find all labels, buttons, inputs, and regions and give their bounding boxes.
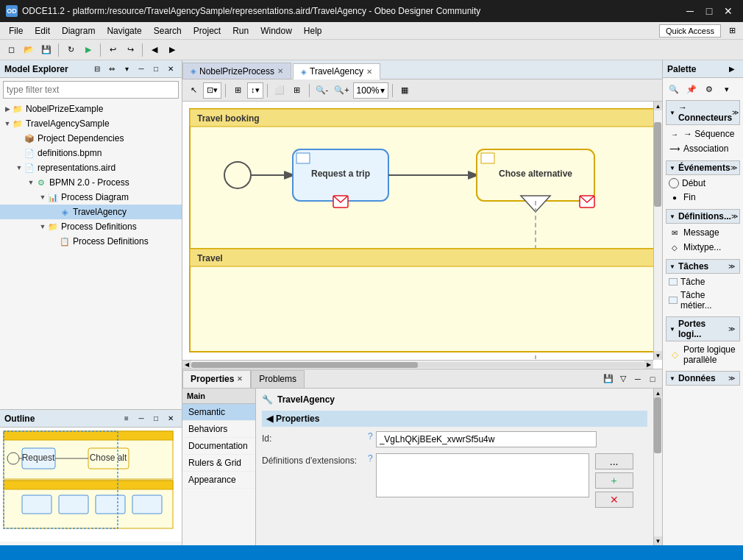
tab-travelagency[interactable]: ◈ TravelAgency ✕ <box>293 63 380 79</box>
view-menu-button[interactable]: ▾ <box>120 63 133 76</box>
collapse-all-button[interactable]: ⊟ <box>90 63 104 76</box>
palette-item-message[interactable]: ✉ Message <box>666 225 740 240</box>
scroll-down-button[interactable]: ▼ <box>654 351 662 360</box>
section-expand-button[interactable]: ≫ <box>726 261 736 272</box>
save-button[interactable]: 💾 <box>38 42 54 58</box>
palette-item-sequence[interactable]: → → Séquence <box>666 127 740 141</box>
tab-nobelprize[interactable]: ◈ NobelPrizeProcess ✕ <box>182 63 291 79</box>
close-button[interactable]: ✕ <box>719 4 737 18</box>
tab-close-active-button[interactable]: ✕ <box>366 68 372 76</box>
palette-expand-button[interactable]: ▶ <box>725 63 739 76</box>
outline-close-button[interactable]: ✕ <box>164 412 177 425</box>
minimize-panel-button[interactable]: ─ <box>135 63 148 76</box>
diagram-canvas[interactable]: Travel booking Request a trip <box>182 102 662 369</box>
undo-button[interactable]: ↩ <box>104 42 121 58</box>
palette-section-definitions-header[interactable]: ▼ Définitions... ≫ <box>666 209 740 224</box>
outline-minimize-button[interactable]: ─ <box>135 412 148 425</box>
zoom-out-button[interactable]: 🔍- <box>313 82 331 99</box>
nav-item-semantic[interactable]: Semantic <box>182 404 255 421</box>
layers-button[interactable]: ▦ <box>397 82 413 99</box>
palette-item-tache-metier[interactable]: Tâche métier... <box>666 288 740 312</box>
scroll-right-button[interactable]: ▶ <box>644 361 653 369</box>
search-input[interactable] <box>7 85 175 95</box>
back-button[interactable]: ◀ <box>146 42 163 58</box>
nav-item-appearance[interactable]: Appearance <box>182 472 255 489</box>
palette-item-mixtype[interactable]: ◇ Mixtype... <box>666 240 740 255</box>
outline-maximize-button[interactable]: □ <box>149 412 163 425</box>
palette-section-portes-header[interactable]: ▼ Portes logi... ≫ <box>666 316 740 341</box>
section-expand-button[interactable]: ≫ <box>727 324 736 334</box>
collapse-props-button[interactable]: ▽ <box>616 372 630 386</box>
tree-item-travelagency[interactable]: ▼ 📁 TravelAgencySample <box>0 116 182 131</box>
tab-problems[interactable]: Problems <box>251 370 305 388</box>
palette-section-connectors-header[interactable]: ▼ → Connecteurs ≫ <box>666 100 740 125</box>
arrange-dropdown[interactable]: ↕▾ <box>247 82 263 99</box>
section-expand-button[interactable]: ≫ <box>730 163 737 173</box>
palette-section-taches-header[interactable]: ▼ Tâches ≫ <box>666 259 740 274</box>
new-button[interactable]: ◻ <box>3 42 19 58</box>
menu-file[interactable]: File <box>3 24 29 38</box>
palette-pin-button[interactable]: 📌 <box>683 81 700 97</box>
palette-section-donnees-header[interactable]: ▼ Données ≫ <box>666 371 740 386</box>
select-tool-button[interactable]: ↖ <box>185 82 202 99</box>
save-props-button[interactable]: 💾 <box>602 372 615 386</box>
minimize-props-button[interactable]: ─ <box>631 372 644 386</box>
export-button[interactable]: ⬜ <box>271 82 288 99</box>
run-button[interactable]: ▶ <box>80 42 96 58</box>
maximize-props-button[interactable]: □ <box>646 372 659 386</box>
nav-item-behaviors[interactable]: Behaviors <box>182 421 255 438</box>
palette-item-debut[interactable]: Début <box>666 177 740 190</box>
props-v-scrollbar[interactable]: ▲ ▼ <box>653 389 662 545</box>
palette-section-events-header[interactable]: ▼ Événements ≫ <box>666 160 740 175</box>
menu-project[interactable]: Project <box>188 24 227 38</box>
tree-item-travelagency-node[interactable]: ◈ TravelAgency <box>0 205 182 219</box>
ext-defs-help-icon[interactable]: ? <box>368 453 373 464</box>
palette-search-button[interactable]: 🔍 <box>666 81 682 97</box>
open-button[interactable]: 📂 <box>21 42 37 58</box>
snap-dropdown[interactable]: ⊡▾ <box>203 82 221 99</box>
tree-item-processdefs[interactable]: ▼ 📁 Process Definitions <box>0 219 182 234</box>
palette-item-fin[interactable]: ● Fin <box>666 190 740 205</box>
maximize-panel-button[interactable]: □ <box>149 63 163 76</box>
palette-item-tache[interactable]: Tâche <box>666 275 740 288</box>
palette-item-association[interactable]: ⟶ Association <box>666 141 740 156</box>
tree-item-aird[interactable]: ▼ 📄 representations.aird <box>0 160 182 175</box>
section-expand-button[interactable]: ≫ <box>726 373 736 383</box>
zoom-in-button[interactable]: 🔍+ <box>332 82 351 99</box>
zoom-fit-button[interactable]: ⊞ <box>289 82 305 99</box>
dots-button[interactable]: ... <box>595 453 633 469</box>
remove-button[interactable]: ✕ <box>595 492 633 508</box>
add-button[interactable]: + <box>595 472 633 489</box>
redo-button[interactable]: ↪ <box>122 42 138 58</box>
menu-navigate[interactable]: Navigate <box>101 24 147 38</box>
arrange-button[interactable]: ⊞ <box>230 82 246 99</box>
close-panel-button[interactable]: ✕ <box>164 63 177 76</box>
tab-properties[interactable]: Properties ✕ <box>182 370 251 388</box>
refresh-button[interactable]: ↻ <box>63 42 79 58</box>
ext-defs-textarea[interactable] <box>376 453 589 497</box>
section-expand-button[interactable]: ≫ <box>732 107 739 118</box>
section-expand-button[interactable]: ≫ <box>731 211 738 221</box>
props-scroll-down[interactable]: ▼ <box>654 536 662 545</box>
tree-item-processdefs-child[interactable]: 📋 Process Definitions <box>0 234 182 249</box>
link-with-editor-button[interactable]: ⇔ <box>105 63 118 76</box>
tree-item-nobelprize[interactable]: ▶ 📁 NobelPrizeExample <box>0 102 182 116</box>
tab-close-button[interactable]: ✕ <box>277 67 283 75</box>
menu-help[interactable]: Help <box>298 24 328 38</box>
menu-edit[interactable]: Edit <box>29 24 56 38</box>
quick-access-box[interactable]: Quick Access <box>659 24 721 38</box>
v-scrollbar[interactable]: ▲ ▼ <box>653 102 662 360</box>
id-input[interactable] <box>376 431 597 447</box>
tree-item-deps[interactable]: 📦 Project Dependencies <box>0 131 182 146</box>
tree-item-bpmn[interactable]: 📄 definitions.bpmn <box>0 146 182 160</box>
menu-search[interactable]: Search <box>148 24 188 38</box>
scroll-up-button[interactable]: ▲ <box>654 102 662 110</box>
palette-options-button[interactable]: ▾ <box>719 81 735 97</box>
maximize-button[interactable]: □ <box>700 4 718 18</box>
tree-item-bpmn20[interactable]: ▼ ⚙ BPMN 2.0 - Process <box>0 175 182 190</box>
menu-run[interactable]: Run <box>227 24 255 38</box>
zoom-selector[interactable]: 100% ▾ <box>353 82 389 99</box>
palette-item-porte-parallele[interactable]: ◇ Porte logique parallèle <box>666 343 740 366</box>
scroll-left-button[interactable]: ◀ <box>182 361 191 369</box>
h-scrollbar[interactable]: ◀ ▶ <box>182 360 653 369</box>
